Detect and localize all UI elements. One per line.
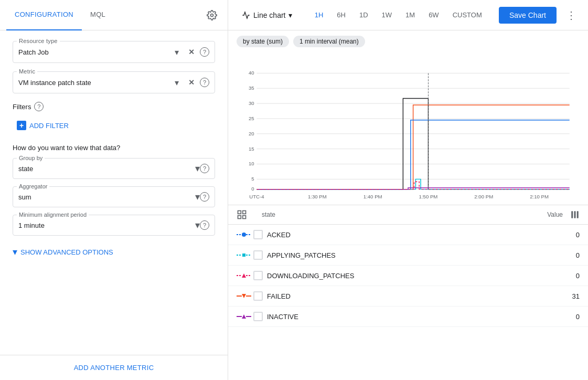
svg-text:15: 15 xyxy=(249,146,254,152)
resource-type-help-icon[interactable]: ? xyxy=(200,47,209,57)
metric-icons: ▾ ✕ ? xyxy=(170,76,209,89)
filters-label: Filters xyxy=(13,103,31,111)
svg-text:1:40 PM: 1:40 PM xyxy=(364,194,382,199)
group-by-field: Group by state ▾ ? xyxy=(13,158,215,179)
time-btn-6w[interactable]: 6W xyxy=(422,8,445,22)
legend-row-downloading[interactable]: DOWNLOADING_PATCHES 0 xyxy=(228,266,588,286)
group-by-help-icon[interactable]: ? xyxy=(200,164,209,173)
tab-mql[interactable]: MQL xyxy=(82,0,114,30)
metric-dropdown-icon[interactable]: ▾ xyxy=(170,76,183,89)
legend-row-failed[interactable]: FAILED 31 xyxy=(228,286,588,307)
filter-chip-1[interactable]: 1 min interval (mean) xyxy=(293,36,365,47)
metric-value: VM instance patch state xyxy=(18,79,170,87)
chart-area: 40 35 30 25 20 15 10 5 0 UTC-4 1:30 PM 1… xyxy=(228,52,588,205)
advanced-options-toggle[interactable]: ▾ SHOW ADVANCED OPTIONS xyxy=(13,243,215,261)
chart-type-button[interactable]: Line chart ▾ xyxy=(237,8,297,23)
legend-row-applying[interactable]: APPLYING_PATCHES 0 xyxy=(228,245,588,266)
time-btn-1h[interactable]: 1H xyxy=(308,8,330,22)
legend-value-applying: 0 xyxy=(548,251,580,259)
chart-svg: 40 35 30 25 20 15 10 5 0 UTC-4 1:30 PM 1… xyxy=(237,58,580,205)
svg-text:35: 35 xyxy=(249,85,254,91)
legend-checkbox-acked[interactable] xyxy=(253,230,263,239)
svg-text:2:10 PM: 2:10 PM xyxy=(530,194,549,199)
aggregator-field: Aggregator sum ▾ ? xyxy=(13,186,215,207)
svg-text:40: 40 xyxy=(249,70,254,76)
legend-state-name-applying: APPLYING_PATCHES xyxy=(267,251,548,259)
legend-value-inactive: 0 xyxy=(548,313,580,321)
svg-text:10: 10 xyxy=(249,161,254,166)
svg-point-34 xyxy=(242,233,246,237)
chart-type-dropdown-icon: ▾ xyxy=(288,11,292,19)
legend-state-name-failed: FAILED xyxy=(267,292,548,300)
advanced-options-label: SHOW ADVANCED OPTIONS xyxy=(20,248,113,256)
min-alignment-select[interactable]: 1 minute ▾ ? xyxy=(13,215,215,236)
acked-line-icon xyxy=(237,231,251,238)
resource-type-input[interactable]: Patch Job ▾ ✕ ? xyxy=(13,41,215,63)
svg-rect-28 xyxy=(243,216,246,219)
legend-checkbox-downloading[interactable] xyxy=(253,271,263,280)
legend-row-inactive[interactable]: INACTIVE 0 xyxy=(228,307,588,327)
legend-value-failed: 31 xyxy=(548,292,580,300)
time-btn-1d[interactable]: 1D xyxy=(353,8,375,22)
min-alignment-dropdown-icon: ▾ xyxy=(195,219,200,231)
metric-clear-icon[interactable]: ✕ xyxy=(185,76,198,89)
aggregator-select[interactable]: sum ▾ ? xyxy=(13,186,215,207)
legend-grid-icon[interactable] xyxy=(237,209,247,220)
chevron-down-icon: ▾ xyxy=(13,246,17,258)
save-chart-button[interactable]: Save Chart xyxy=(499,7,557,24)
settings-button[interactable] xyxy=(202,6,221,25)
svg-rect-37 xyxy=(242,254,245,257)
svg-text:1:50 PM: 1:50 PM xyxy=(419,194,438,199)
svg-point-0 xyxy=(211,14,213,16)
legend-table: state Value ACKED xyxy=(228,205,588,327)
filters-help-icon[interactable]: ? xyxy=(34,102,44,111)
filter-chip-0[interactable]: by state (sum) xyxy=(237,36,289,47)
resource-type-value: Patch Job xyxy=(18,48,170,56)
min-alignment-help-icon[interactable]: ? xyxy=(200,220,209,230)
legend-checkbox-applying[interactable] xyxy=(253,250,263,260)
legend-value-downloading: 0 xyxy=(548,272,580,280)
resource-type-label: Resource type xyxy=(17,38,60,44)
legend-columns-button[interactable] xyxy=(563,210,580,219)
legend-checkbox-failed[interactable] xyxy=(253,291,263,301)
aggregator-help-icon[interactable]: ? xyxy=(200,192,209,202)
resource-type-clear-icon[interactable]: ✕ xyxy=(185,46,198,58)
add-metric-footer[interactable]: ADD ANOTHER METRIC xyxy=(0,355,228,380)
chart-type-label: Line chart xyxy=(253,11,285,19)
metric-label: Metric xyxy=(17,68,37,75)
svg-text:5: 5 xyxy=(251,176,254,182)
time-btn-6h[interactable]: 6H xyxy=(330,8,352,22)
failed-line-icon xyxy=(237,293,251,299)
filters-row: Filters ? xyxy=(13,102,215,111)
add-filter-button[interactable]: + ADD FILTER xyxy=(13,118,215,133)
right-panel: Line chart ▾ 1H 6H 1D 1W 1M 6W CUSTOM Sa… xyxy=(228,0,588,380)
svg-rect-32 xyxy=(577,211,579,218)
legend-header: state Value xyxy=(228,205,588,225)
svg-marker-40 xyxy=(242,273,246,278)
resource-type-dropdown-icon[interactable]: ▾ xyxy=(170,46,183,58)
right-header: Line chart ▾ 1H 6H 1D 1W 1M 6W CUSTOM Sa… xyxy=(228,0,588,30)
tab-configuration[interactable]: CONFIGURATION xyxy=(6,0,82,30)
metric-help-icon[interactable]: ? xyxy=(200,78,209,87)
svg-text:UTC-4: UTC-4 xyxy=(249,194,264,199)
legend-value-acked: 0 xyxy=(548,231,580,239)
left-panel-body: Resource type Patch Job ▾ ✕ ? Metric VM … xyxy=(0,30,228,355)
svg-text:30: 30 xyxy=(249,100,254,106)
group-by-select[interactable]: state ▾ ? xyxy=(13,158,215,179)
left-panel-header: CONFIGURATION MQL xyxy=(0,0,228,30)
legend-row-acked[interactable]: ACKED 0 xyxy=(228,225,588,245)
svg-marker-43 xyxy=(242,294,246,298)
min-alignment-label: Minimum alignment period xyxy=(17,212,89,218)
time-btn-custom[interactable]: CUSTOM xyxy=(446,8,488,22)
time-btn-1m[interactable]: 1M xyxy=(399,8,421,22)
group-by-label: Group by xyxy=(17,155,45,161)
legend-icon-cell xyxy=(237,209,262,220)
legend-checkbox-inactive[interactable] xyxy=(253,312,263,321)
more-options-button[interactable]: ⋮ xyxy=(563,7,580,24)
svg-rect-30 xyxy=(571,211,573,218)
legend-line-inactive xyxy=(237,313,253,320)
time-btn-1w[interactable]: 1W xyxy=(376,8,399,22)
metric-input[interactable]: VM instance patch state ▾ ✕ ? xyxy=(13,71,215,93)
svg-text:20: 20 xyxy=(249,131,254,136)
chart-filters-row: by state (sum) 1 min interval (mean) xyxy=(228,30,588,52)
